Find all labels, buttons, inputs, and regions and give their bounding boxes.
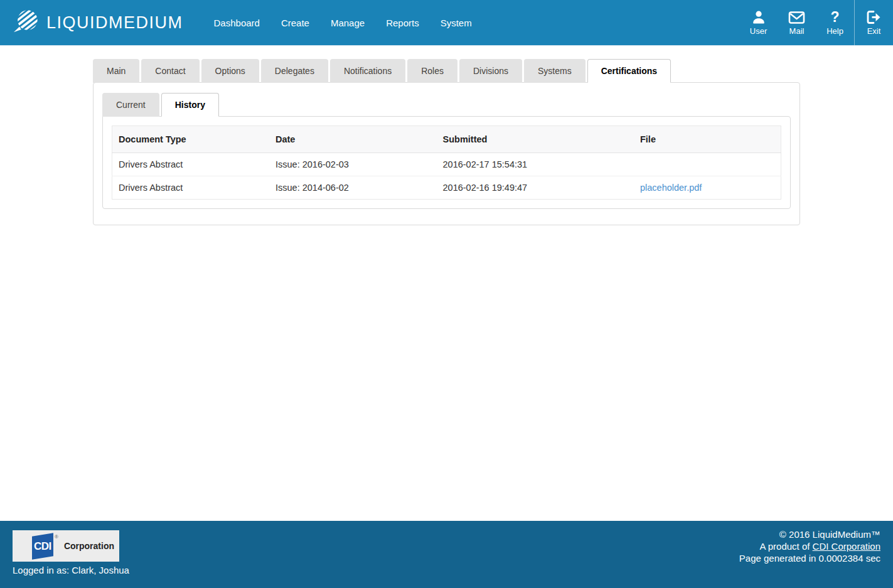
nav-create[interactable]: Create bbox=[270, 18, 320, 28]
history-panel: Document Type Date Submitted File Driver… bbox=[102, 116, 791, 209]
tab-options[interactable]: Options bbox=[201, 59, 259, 83]
col-header-date: Date bbox=[269, 126, 437, 153]
certifications-history-table: Document Type Date Submitted File Driver… bbox=[112, 126, 781, 200]
tab-divisions[interactable]: Divisions bbox=[459, 59, 522, 83]
tab-delegates[interactable]: Delegates bbox=[261, 59, 328, 83]
cdi-logo-abbr: CDI bbox=[34, 540, 51, 552]
tab-notifications[interactable]: Notifications bbox=[330, 59, 405, 83]
page-footer: CDI ® Corporation Logged in as: Clark, J… bbox=[0, 521, 893, 588]
exit-button[interactable]: Exit bbox=[855, 0, 893, 45]
brand-home-link[interactable]: LiquidMedium bbox=[0, 0, 183, 45]
cdi-corporation-logo: CDI ® Corporation bbox=[13, 530, 119, 562]
user-icon bbox=[751, 9, 766, 24]
cell-file bbox=[634, 153, 781, 176]
product-line: A product of CDI Corporation bbox=[739, 540, 880, 552]
help-icon: ? bbox=[830, 9, 839, 24]
col-header-document-type: Document Type bbox=[112, 126, 270, 153]
tab-contact[interactable]: Contact bbox=[141, 59, 199, 83]
logged-in-status: Logged in as: Clark, Joshua bbox=[13, 565, 129, 575]
cell-submitted: 2016-02-16 19:49:47 bbox=[437, 176, 634, 200]
cdi-corporation-link[interactable]: CDI Corporation bbox=[813, 541, 880, 552]
col-header-file: File bbox=[634, 126, 781, 153]
cell-document-type: Drivers Abstract bbox=[112, 153, 270, 176]
tab-certifications[interactable]: Certifications bbox=[587, 59, 671, 83]
mail-icon bbox=[788, 9, 805, 24]
table-row: Drivers Abstract Issue: 2016-02-03 2016-… bbox=[112, 153, 781, 176]
liquidmedium-logo-icon bbox=[13, 8, 40, 37]
table-header-row: Document Type Date Submitted File bbox=[112, 126, 781, 153]
main-nav: Dashboard Create Manage Reports System bbox=[203, 0, 483, 45]
cdi-logo-mark: CDI bbox=[32, 533, 53, 559]
user-button[interactable]: User bbox=[739, 0, 778, 45]
nav-dashboard[interactable]: Dashboard bbox=[203, 18, 270, 28]
cell-document-type: Drivers Abstract bbox=[112, 176, 270, 200]
mail-label: Mail bbox=[789, 26, 805, 36]
file-download-link[interactable]: placeholder.pdf bbox=[640, 183, 702, 193]
user-label: User bbox=[750, 26, 767, 36]
exit-icon bbox=[866, 9, 882, 24]
cell-date: Issue: 2016-02-03 bbox=[269, 153, 437, 176]
cell-date: Issue: 2014-06-02 bbox=[269, 176, 437, 200]
subtab-history[interactable]: History bbox=[161, 93, 219, 117]
cell-submitted: 2016-02-17 15:54:31 bbox=[437, 153, 634, 176]
header-actions: User Mail ? Help bbox=[739, 0, 893, 45]
registered-trademark-symbol: ® bbox=[55, 534, 58, 540]
tab-main[interactable]: Main bbox=[93, 59, 139, 83]
subtab-current[interactable]: Current bbox=[102, 93, 159, 117]
help-button[interactable]: ? Help bbox=[816, 0, 854, 45]
profile-tab-bar: Main Contact Options Delegates Notificat… bbox=[93, 59, 893, 83]
certifications-panel: Current History Document Type Date Submi… bbox=[93, 82, 800, 225]
tab-roles[interactable]: Roles bbox=[407, 59, 457, 83]
footer-info: © 2016 LiquidMedium™ A product of CDI Co… bbox=[739, 528, 880, 564]
certifications-subtab-bar: Current History bbox=[102, 93, 791, 117]
nav-system[interactable]: System bbox=[430, 18, 483, 28]
table-row: Drivers Abstract Issue: 2014-06-02 2016-… bbox=[112, 176, 781, 200]
tab-systems[interactable]: Systems bbox=[524, 59, 586, 83]
col-header-submitted: Submitted bbox=[437, 126, 634, 153]
exit-label: Exit bbox=[867, 26, 881, 36]
cell-file: placeholder.pdf bbox=[634, 176, 781, 200]
nav-manage[interactable]: Manage bbox=[320, 18, 375, 28]
help-label: Help bbox=[826, 26, 843, 36]
product-prefix: A product of bbox=[759, 541, 812, 552]
brand-name: LiquidMedium bbox=[46, 14, 183, 31]
nav-reports[interactable]: Reports bbox=[375, 18, 430, 28]
mail-button[interactable]: Mail bbox=[778, 0, 816, 45]
generation-time-text: Page generated in 0.0002384 sec bbox=[739, 552, 880, 564]
copyright-text: © 2016 LiquidMedium™ bbox=[739, 528, 880, 540]
cdi-logo-company: Corporation bbox=[64, 541, 114, 551]
top-nav-bar: LiquidMedium Dashboard Create Manage Rep… bbox=[0, 0, 893, 46]
